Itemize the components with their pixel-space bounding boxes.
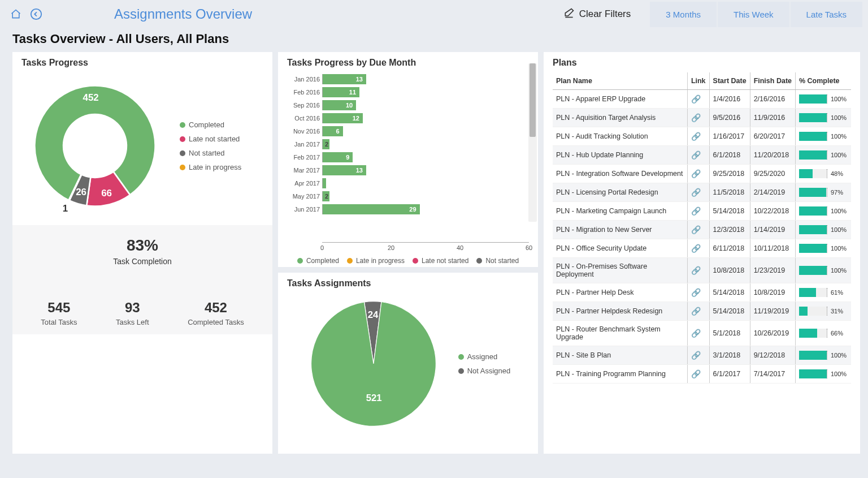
pct-cell: 100% [799, 266, 848, 275]
link-icon[interactable]: 🔗 [691, 266, 701, 275]
bar-row[interactable]: Mar 201713 [322, 163, 523, 176]
pct-cell: 100% [799, 206, 848, 216]
pct-cell: 31% [799, 307, 848, 316]
swatch-late-not-started [180, 136, 185, 142]
page-title-link[interactable]: Assignments Overview [114, 6, 252, 22]
plan-finish: 7/14/2017 [750, 365, 795, 384]
bar-row[interactable]: Jan 20172 [322, 137, 523, 150]
col-link[interactable]: Link [687, 72, 709, 90]
plan-start: 10/8/2018 [709, 258, 750, 283]
stat-label: Completed Tasks [188, 318, 244, 326]
plan-finish: 10/8/2019 [750, 283, 795, 302]
table-row[interactable]: PLN - Migration to New Server🔗12/3/20181… [553, 221, 851, 239]
table-row[interactable]: PLN - Hub Update Planning🔗6/1/201811/20/… [553, 146, 851, 165]
bar-row[interactable]: Jun 201729 [322, 203, 523, 216]
table-row[interactable]: PLN - Partner Help Desk🔗5/14/201810/8/20… [553, 283, 851, 302]
home-icon[interactable] [6, 8, 26, 20]
link-icon[interactable]: 🔗 [691, 288, 701, 297]
plan-finish: 10/11/2018 [750, 239, 795, 258]
table-row[interactable]: PLN - Licensing Portal Redesign🔗11/5/201… [553, 183, 851, 202]
legend-item: Completed [306, 257, 339, 265]
tab-3months[interactable]: 3 Months [650, 2, 717, 27]
link-icon[interactable]: 🔗 [691, 113, 701, 122]
table-row[interactable]: PLN - Audit Tracking Solution🔗1/16/20176… [553, 127, 851, 146]
plan-name: PLN - Apparel ERP Upgrade [553, 90, 687, 109]
plan-start: 1/16/2017 [709, 127, 750, 146]
plan-start: 11/5/2018 [709, 183, 750, 202]
completion-label: Task Completion [21, 257, 263, 266]
bar-category: Mar 2017 [287, 167, 320, 174]
bar-category: Oct 2016 [287, 115, 320, 122]
stat-label: Tasks Left [116, 318, 149, 326]
bar-row[interactable]: Sep 201610 [322, 98, 523, 111]
plan-name: PLN - Site B Plan [553, 346, 687, 365]
link-icon[interactable]: 🔗 [691, 225, 701, 234]
table-row[interactable]: PLN - On-Premises Software Deployment🔗10… [553, 258, 851, 283]
col-plan-name[interactable]: Plan Name [553, 72, 687, 90]
swatch-lns-icon [413, 258, 418, 264]
legend-late-in-progress: Late in progress [189, 163, 241, 171]
pct-cell: 100% [799, 369, 848, 378]
tasks-progress-legend: Completed Late not started Not started L… [180, 120, 241, 171]
link-icon[interactable]: 🔗 [691, 329, 701, 338]
table-row[interactable]: PLN - Marketing Campaign Launch🔗5/14/201… [553, 202, 851, 221]
tasks-progress-card: Tasks Progress 45266261 Completed Late n… [12, 52, 272, 454]
bar-row[interactable]: May 20172 [322, 190, 523, 203]
bar-category: Feb 2017 [287, 154, 320, 161]
table-row[interactable]: PLN - Partner Helpdesk Redesign🔗5/14/201… [553, 302, 851, 321]
table-row[interactable]: PLN - Training Programm Planning🔗6/1/201… [553, 365, 851, 384]
link-icon[interactable]: 🔗 [691, 307, 701, 316]
link-icon[interactable]: 🔗 [691, 244, 701, 253]
bar-row[interactable]: Feb 20179 [322, 150, 523, 163]
pct-cell: 100% [799, 113, 848, 122]
plan-name: PLN - Aquisition Target Analysis [553, 109, 687, 127]
table-row[interactable]: PLN - Router Benchmark System Upgrade🔗5/… [553, 321, 851, 346]
tasks-assignments-card: Tasks Assignments 24521 Assigned Not Ass… [278, 273, 538, 454]
link-icon[interactable]: 🔗 [691, 132, 701, 141]
col-start[interactable]: Start Date [709, 72, 750, 90]
table-row[interactable]: PLN - Site B Plan🔗3/1/20189/12/2018100% [553, 346, 851, 365]
pct-cell: 100% [799, 244, 848, 253]
stat: 452Completed Tasks [188, 300, 244, 326]
bar-row[interactable]: Apr 2017 [322, 176, 523, 190]
link-icon[interactable]: 🔗 [691, 351, 701, 360]
tasks-assignments-pie[interactable]: 24521 [306, 296, 441, 432]
legend-completed: Completed [189, 120, 224, 129]
col-finish[interactable]: Finish Date [750, 72, 795, 90]
back-icon[interactable] [26, 8, 46, 20]
clear-filters-button[interactable]: Clear Filters [555, 4, 639, 25]
page-heading: Tasks Overview - All Users, All Plans [0, 28, 868, 52]
link-icon[interactable]: 🔗 [691, 369, 701, 378]
plan-finish: 11/19/2019 [750, 302, 795, 321]
bar-row[interactable]: Oct 201612 [322, 111, 523, 124]
bar-row[interactable]: Jan 201613 [322, 72, 523, 85]
svg-text:1: 1 [63, 203, 68, 214]
plan-finish: 10/22/2018 [750, 202, 795, 221]
svg-text:24: 24 [367, 309, 378, 320]
link-icon[interactable]: 🔗 [691, 169, 701, 178]
table-row[interactable]: PLN - Office Security Update🔗6/11/201810… [553, 239, 851, 258]
tab-this-week[interactable]: This Week [718, 2, 789, 27]
table-row[interactable]: PLN - Integration Software Development🔗9… [553, 165, 851, 183]
completion-panel: 83% Task Completion 545Total Tasks93Task… [12, 225, 272, 334]
bar-category: Nov 2016 [287, 128, 320, 135]
plan-finish: 6/20/2017 [750, 127, 795, 146]
pct-cell: 100% [799, 225, 848, 234]
bar-row[interactable]: Feb 201611 [322, 85, 523, 98]
table-row[interactable]: PLN - Apparel ERP Upgrade🔗1/4/20162/16/2… [553, 90, 851, 109]
plan-start: 5/14/2018 [709, 283, 750, 302]
tab-late-tasks[interactable]: Late Tasks [791, 2, 862, 27]
chart-scrollbar[interactable] [528, 63, 537, 222]
stat-num: 545 [41, 300, 77, 316]
table-row[interactable]: PLN - Aquisition Target Analysis🔗9/5/201… [553, 109, 851, 127]
link-icon[interactable]: 🔗 [691, 188, 701, 197]
tasks-by-month-chart[interactable]: Jan 201613Feb 201611Sep 201610Oct 201612… [287, 72, 529, 242]
link-icon[interactable]: 🔗 [691, 94, 701, 104]
link-icon[interactable]: 🔗 [691, 206, 701, 216]
legend-assigned: Assigned [467, 352, 497, 361]
tasks-progress-donut[interactable]: 45266261 [21, 72, 168, 219]
col-pct[interactable]: % Complete [796, 72, 852, 90]
link-icon[interactable]: 🔗 [691, 150, 701, 160]
bar-row[interactable]: Nov 20166 [322, 124, 523, 137]
plan-name: PLN - Partner Help Desk [553, 283, 687, 302]
